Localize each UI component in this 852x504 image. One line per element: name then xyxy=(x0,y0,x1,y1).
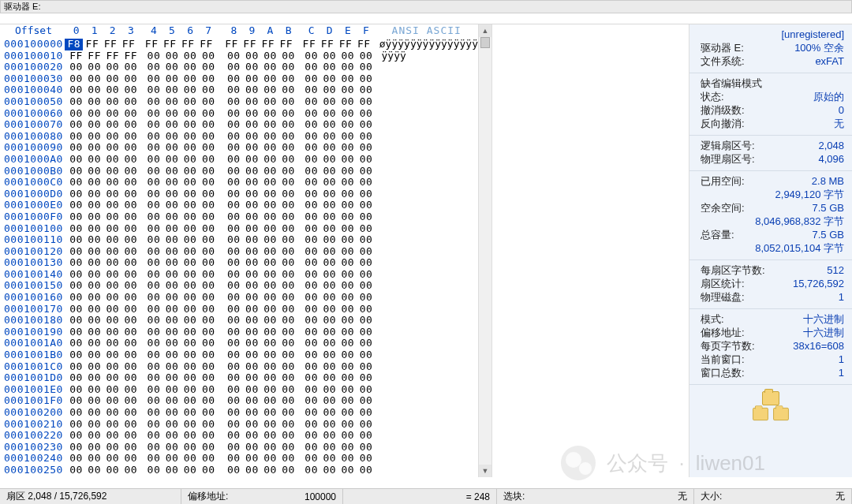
hex-byte[interactable]: 00 xyxy=(163,419,181,431)
ansi-text[interactable] xyxy=(376,372,382,384)
hex-byte[interactable]: 00 xyxy=(302,84,320,96)
hex-byte[interactable]: 00 xyxy=(144,419,163,431)
hex-byte[interactable]: 00 xyxy=(261,62,279,73)
hex-row[interactable]: 0001001700000000000000000000000000000000… xyxy=(0,304,478,315)
hex-byte[interactable]: 00 xyxy=(121,304,140,315)
hex-byte[interactable]: 00 xyxy=(261,269,279,281)
hex-byte[interactable]: 00 xyxy=(320,96,338,108)
hex-byte[interactable]: 00 xyxy=(261,361,279,373)
hex-row[interactable]: 0001002300000000000000000000000000000000… xyxy=(0,442,478,454)
hex-byte[interactable]: 00 xyxy=(243,189,261,200)
hex-byte[interactable]: 00 xyxy=(320,62,338,73)
hex-byte[interactable]: 00 xyxy=(200,419,218,431)
hex-byte[interactable]: 00 xyxy=(121,442,140,454)
hex-byte[interactable]: 00 xyxy=(181,338,200,349)
hex-byte[interactable]: 00 xyxy=(357,223,375,235)
hex-byte[interactable]: 00 xyxy=(302,96,320,108)
ansi-text[interactable] xyxy=(376,280,382,292)
hex-byte[interactable]: 00 xyxy=(279,292,297,304)
hex-byte[interactable]: 00 xyxy=(181,384,200,396)
hex-byte[interactable]: 00 xyxy=(279,177,297,189)
offset-address[interactable]: 0001001E0 xyxy=(0,384,67,396)
hex-byte[interactable]: 00 xyxy=(302,465,320,476)
offset-address[interactable]: 000100070 xyxy=(0,119,67,131)
hex-byte[interactable]: 00 xyxy=(357,166,375,177)
hex-byte[interactable]: 00 xyxy=(357,234,375,246)
hex-byte[interactable]: 00 xyxy=(85,119,103,131)
hex-byte[interactable]: 00 xyxy=(200,119,218,131)
hex-byte[interactable]: 00 xyxy=(302,73,320,85)
ansi-text[interactable] xyxy=(376,108,382,120)
hex-byte[interactable]: 00 xyxy=(225,119,243,131)
hex-editor-panel[interactable]: Offset 0123456789ABCDEF ANSI ASCII 00010… xyxy=(0,24,478,477)
hex-byte[interactable]: 00 xyxy=(261,166,279,177)
hex-byte[interactable]: 00 xyxy=(320,430,338,442)
hex-byte[interactable]: 00 xyxy=(357,50,375,62)
hex-row[interactable]: 0001001A00000000000000000000000000000000… xyxy=(0,338,478,349)
hex-byte[interactable]: 00 xyxy=(181,154,200,166)
hex-byte[interactable]: 00 xyxy=(243,372,261,384)
hex-row[interactable]: 0001000700000000000000000000000000000000… xyxy=(0,119,478,131)
hex-byte[interactable]: 00 xyxy=(121,257,140,269)
hex-byte[interactable]: 00 xyxy=(320,395,338,407)
hex-byte[interactable]: 00 xyxy=(67,223,85,235)
hex-byte[interactable]: 00 xyxy=(243,234,261,246)
hex-byte[interactable]: 00 xyxy=(85,465,103,476)
hex-byte[interactable]: 00 xyxy=(279,269,297,281)
hex-byte[interactable]: 00 xyxy=(67,453,85,465)
hex-byte[interactable]: 00 xyxy=(320,211,338,223)
hex-byte[interactable]: 00 xyxy=(357,465,375,476)
hex-byte[interactable]: 00 xyxy=(225,349,243,361)
hex-byte[interactable]: 00 xyxy=(103,84,121,96)
ansi-text[interactable]: øÿÿÿÿÿÿÿÿÿÿÿÿÿÿÿ xyxy=(373,39,478,50)
hex-byte[interactable]: 00 xyxy=(243,280,261,292)
hex-byte[interactable]: 00 xyxy=(279,189,297,200)
hex-byte[interactable]: 00 xyxy=(121,211,140,223)
hex-byte[interactable]: 00 xyxy=(279,304,297,315)
hex-byte[interactable]: 00 xyxy=(338,395,357,407)
hex-byte[interactable]: 00 xyxy=(67,131,85,143)
hex-byte[interactable]: 00 xyxy=(163,234,181,246)
hex-byte[interactable]: 00 xyxy=(85,189,103,200)
hex-byte[interactable]: 00 xyxy=(163,200,181,211)
hex-byte[interactable]: 00 xyxy=(200,361,218,373)
hex-byte[interactable]: FF xyxy=(85,50,103,62)
hex-byte[interactable]: 00 xyxy=(338,223,357,235)
hex-byte[interactable]: 00 xyxy=(121,96,140,108)
hex-byte[interactable]: 00 xyxy=(163,131,181,143)
hex-byte[interactable]: 00 xyxy=(320,465,338,476)
hex-byte[interactable]: 00 xyxy=(261,200,279,211)
offset-address[interactable]: 000100110 xyxy=(0,234,67,246)
hex-byte[interactable]: FF xyxy=(300,39,318,50)
hex-byte[interactable]: F8 xyxy=(65,39,83,50)
hex-byte[interactable]: 00 xyxy=(357,453,375,465)
hex-byte[interactable]: 00 xyxy=(181,62,200,73)
hex-byte[interactable]: 00 xyxy=(121,384,140,396)
hex-byte[interactable]: 00 xyxy=(261,108,279,120)
hex-byte[interactable]: 00 xyxy=(181,177,200,189)
hex-byte[interactable]: 00 xyxy=(181,327,200,338)
hex-byte[interactable]: 00 xyxy=(163,142,181,154)
offset-address[interactable]: 0001001F0 xyxy=(0,395,67,407)
offset-address[interactable]: 000100190 xyxy=(0,327,67,338)
hex-byte[interactable]: 00 xyxy=(279,315,297,327)
ansi-text[interactable] xyxy=(376,269,382,281)
hex-byte[interactable]: 00 xyxy=(279,246,297,258)
hex-byte[interactable]: 00 xyxy=(320,177,338,189)
hex-byte[interactable]: 00 xyxy=(85,73,103,85)
hex-byte[interactable]: 00 xyxy=(121,189,140,200)
hex-byte[interactable]: 00 xyxy=(163,50,181,62)
hex-byte[interactable]: 00 xyxy=(67,257,85,269)
offset-address[interactable]: 000100000 xyxy=(0,39,65,50)
hex-byte[interactable]: 00 xyxy=(181,166,200,177)
hex-byte[interactable]: 00 xyxy=(181,142,200,154)
ansi-text[interactable] xyxy=(376,200,382,211)
hex-byte[interactable]: 00 xyxy=(243,131,261,143)
hex-byte[interactable]: 00 xyxy=(338,177,357,189)
hex-byte[interactable]: 00 xyxy=(225,154,243,166)
hex-byte[interactable]: 00 xyxy=(320,338,338,349)
hex-byte[interactable]: FF xyxy=(121,50,140,62)
hex-byte[interactable]: 00 xyxy=(302,246,320,258)
ansi-text[interactable] xyxy=(376,62,382,73)
hex-byte[interactable]: 00 xyxy=(261,223,279,235)
